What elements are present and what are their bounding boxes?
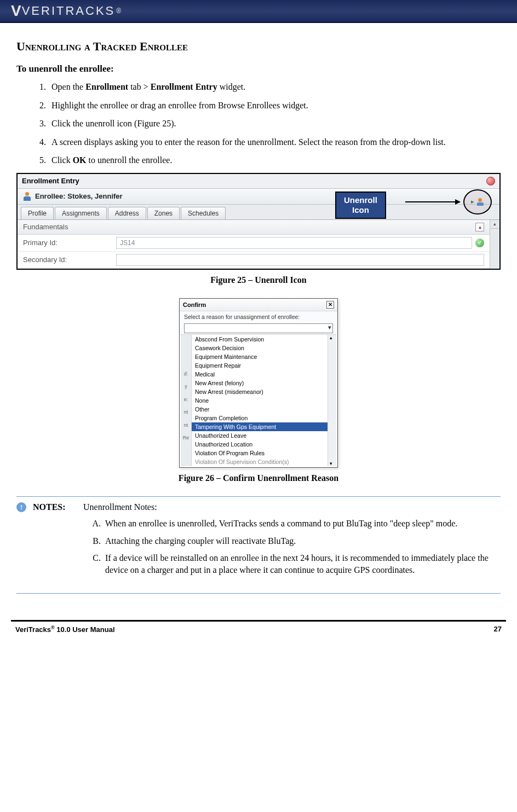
close-icon[interactable]: ✕: [326, 301, 334, 309]
callout-label: Unenroll Icon: [335, 192, 386, 219]
tab-address[interactable]: Address: [108, 207, 146, 219]
divider: [16, 496, 501, 497]
notes-block: ! NOTES: Unenrollment Notes: When an enr…: [16, 502, 501, 583]
list-item[interactable]: None: [192, 396, 328, 405]
scrollbar[interactable]: [328, 335, 336, 466]
list-item[interactable]: Casework Decision: [192, 344, 328, 352]
list-item[interactable]: Unauthorized Location: [192, 440, 328, 449]
primary-id-label: Primary Id:: [23, 239, 116, 247]
figure-25-caption: Figure 25 – Unenroll Icon: [16, 275, 501, 285]
reason-select[interactable]: [184, 323, 333, 333]
step-3: Click the unenroll icon (Figure 25).: [48, 118, 501, 130]
arrow-right-icon: ▸: [471, 198, 474, 205]
step-2: Highlight the enrollee or drag an enroll…: [48, 100, 501, 112]
sub-heading: To unenroll the enrollee:: [16, 63, 501, 74]
secondary-id-label: Secondary Id:: [23, 256, 116, 264]
background-labels: d: y e: nt nt Re: [181, 335, 192, 466]
list-item[interactable]: Violation Of Program Rules: [192, 449, 328, 457]
widget-title: Enrollment Entry: [22, 177, 79, 185]
note-b: Attaching the charging coupler will reac…: [103, 535, 501, 547]
reason-list[interactable]: Abscond From Supervision Casework Decisi…: [192, 335, 328, 466]
close-icon[interactable]: [486, 177, 495, 185]
divider: [16, 593, 501, 594]
tab-zones[interactable]: Zones: [147, 207, 180, 219]
notes-label: NOTES:: [33, 502, 77, 512]
unenroll-icon-circle: ▸: [463, 189, 492, 214]
dialog-titlebar: Confirm ✕: [180, 299, 337, 311]
list-item[interactable]: Program Completion: [192, 414, 328, 422]
tab-profile[interactable]: Profile: [21, 207, 54, 219]
dialog-prompt: Select a reason for unassignment of enro…: [180, 311, 337, 322]
list-item[interactable]: New Arrest (felony): [192, 379, 328, 387]
list-item[interactable]: Unauthorized Leave: [192, 431, 328, 440]
figure-26: Confirm ✕ Select a reason for unassignme…: [179, 298, 338, 468]
scrollbar[interactable]: ▴: [490, 220, 499, 269]
app-header: V VERITRACKS ®: [0, 0, 517, 23]
info-icon: !: [16, 502, 26, 512]
dialog-title: Confirm: [183, 301, 206, 308]
list-item-selected[interactable]: Tampering With Gps Equipment: [192, 422, 328, 431]
notes-intro: Unenrollment Notes:: [83, 502, 501, 512]
list-item[interactable]: New Arrest (misdemeanor): [192, 387, 328, 396]
note-c: If a device will be reinstalled on an en…: [103, 552, 501, 576]
unenroll-icon[interactable]: [476, 198, 484, 206]
figure-26-caption: Figure 26 – Confirm Unenrollment Reason: [16, 473, 501, 483]
tab-assignments[interactable]: Assignments: [55, 207, 107, 219]
page-footer: VeriTracks® 10.0 User Manual 27: [11, 620, 506, 634]
collapse-icon[interactable]: ▴: [475, 223, 484, 231]
step-1: Open the Enrollment tab > Enrollment Ent…: [48, 81, 501, 93]
valid-icon: ✓: [475, 239, 484, 247]
figure-25: Enrollment Entry Enrollee: Stokes, Jenni…: [16, 173, 501, 270]
enrollee-name: Enrollee: Stokes, Jennifer: [35, 192, 123, 200]
step-list: Open the Enrollment tab > Enrollment Ent…: [48, 81, 501, 166]
secondary-id-input[interactable]: [116, 254, 484, 266]
note-a: When an enrollee is unenrolled, VeriTrac…: [103, 518, 501, 530]
list-item[interactable]: Violation Of Supervision Condition(s): [192, 457, 328, 466]
tab-bar: Profile Assignments Address Zones Schedu…: [18, 205, 499, 220]
logo: V VERITRACKS ®: [11, 2, 123, 20]
list-item[interactable]: Equipment Repair: [192, 361, 328, 370]
callout-arrow: [405, 201, 460, 202]
section-fundamentals: Fundamentals ▴: [18, 220, 490, 235]
list-item[interactable]: Equipment Maintenance: [192, 352, 328, 361]
list-item[interactable]: Abscond From Supervision: [192, 335, 328, 344]
tab-schedules[interactable]: Schedules: [181, 207, 226, 219]
scroll-up-icon[interactable]: ▴: [490, 220, 499, 229]
step-5: Click OK to unenroll the enrollee.: [48, 154, 501, 166]
notes-list: When an enrollee is unenrolled, VeriTrac…: [103, 518, 501, 576]
primary-id-input[interactable]: [116, 237, 472, 249]
page-number: 27: [494, 625, 502, 634]
widget-titlebar: Enrollment Entry: [18, 174, 499, 189]
section-heading: Unenrolling a Tracked Enrollee: [16, 39, 501, 54]
footer-title: VeriTracks® 10.0 User Manual: [15, 625, 115, 634]
list-item[interactable]: Other: [192, 405, 328, 414]
step-4: A screen displays asking you to enter th…: [48, 136, 501, 148]
person-icon: [23, 192, 32, 201]
list-item[interactable]: Medical: [192, 370, 328, 379]
